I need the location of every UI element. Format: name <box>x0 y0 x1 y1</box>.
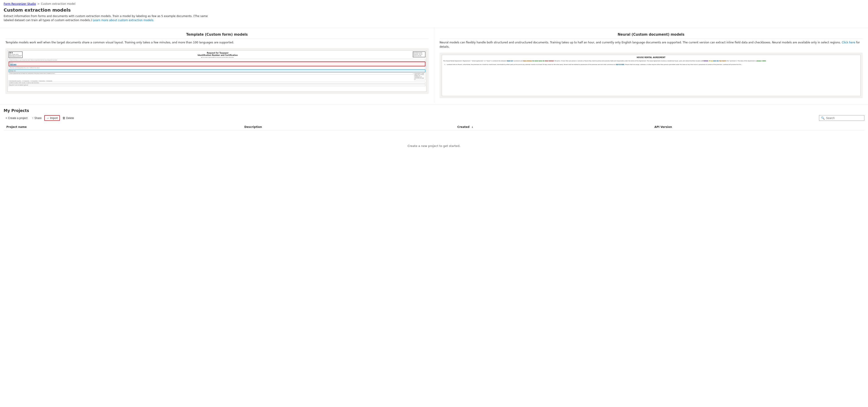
col-project-name: Project name <box>4 123 242 130</box>
learn-more-link[interactable]: Learn more about custom extraction model… <box>93 19 154 22</box>
col-created[interactable]: Created ↓ <box>455 123 652 130</box>
col-api-version: API Version <box>652 123 864 130</box>
col-description: Description <box>242 123 455 130</box>
search-icon: 🔍 <box>821 116 825 120</box>
table-header: Project name Description Created ↓ API V… <box>4 123 864 130</box>
rental-doc-title: HOUSE RENTAL AGREEMENT <box>443 56 859 59</box>
page-description: Extract information from forms and docum… <box>4 14 208 22</box>
delete-label: Delete <box>66 117 74 120</box>
template-model-title: Template (Custom form) models <box>5 32 429 39</box>
share-button[interactable]: ↑ Share <box>30 115 43 121</box>
empty-state-message: Create a new project to get started. <box>4 130 864 161</box>
breadcrumb-home[interactable]: Form Recognizer Studio <box>4 2 36 5</box>
w9-form-document: W-9 (Rev. October 2018) Department of th… <box>7 51 427 92</box>
plus-icon: + <box>5 116 7 120</box>
page-title: Custom extraction models <box>4 7 864 13</box>
neural-model-description: Neural models can flexibly handle both s… <box>440 40 863 49</box>
toolbar-left: + Create a project ↑ Share → Import 🗑 De… <box>4 115 76 121</box>
breadcrumb: Form Recognizer Studio > Custom extracti… <box>0 0 868 6</box>
import-icon: → <box>46 116 49 120</box>
create-project-button[interactable]: + Create a project <box>4 115 29 121</box>
share-icon: ↑ <box>32 116 34 120</box>
neural-model-section: Neural (Custom document) models Neural m… <box>434 28 868 103</box>
neural-model-title: Neural (Custom document) models <box>440 32 863 39</box>
search-box[interactable]: 🔍 <box>819 115 864 121</box>
projects-toolbar: + Create a project ↑ Share → Import 🗑 De… <box>4 115 864 121</box>
breadcrumb-current: Custom extraction model <box>41 2 75 5</box>
import-button[interactable]: → Import <box>44 115 60 121</box>
import-label: Import <box>50 117 58 120</box>
share-label: Share <box>34 117 41 120</box>
template-model-section: Template (Custom form) models Template m… <box>0 28 434 103</box>
breadcrumb-separator: > <box>37 2 39 5</box>
search-input[interactable] <box>826 117 862 120</box>
delete-button[interactable]: 🗑 Delete <box>61 115 76 121</box>
template-model-description: Template models work well when the targe… <box>5 40 429 45</box>
rental-doc-preview: HOUSE RENTAL AGREEMENT This House Rental… <box>440 53 863 98</box>
page-header: Custom extraction models Extract informa… <box>0 6 868 24</box>
rental-doc-document: HOUSE RENTAL AGREEMENT This House Rental… <box>442 55 861 96</box>
w9-form-preview: W-9 (Rev. October 2018) Department of th… <box>5 48 429 94</box>
projects-section: My Projects + Create a project ↑ Share →… <box>0 105 868 161</box>
sort-desc-icon: ↓ <box>471 126 473 128</box>
click-here-link[interactable]: Click here <box>842 41 855 44</box>
create-project-label: Create a project <box>8 117 27 120</box>
projects-table: Project name Description Created ↓ API V… <box>4 123 864 130</box>
projects-title: My Projects <box>4 108 864 113</box>
model-types-container: Template (Custom form) models Template m… <box>0 28 868 103</box>
rental-doc-text: This House Rental Agreement (“Agreement,… <box>443 60 859 66</box>
delete-icon: 🗑 <box>62 116 65 120</box>
